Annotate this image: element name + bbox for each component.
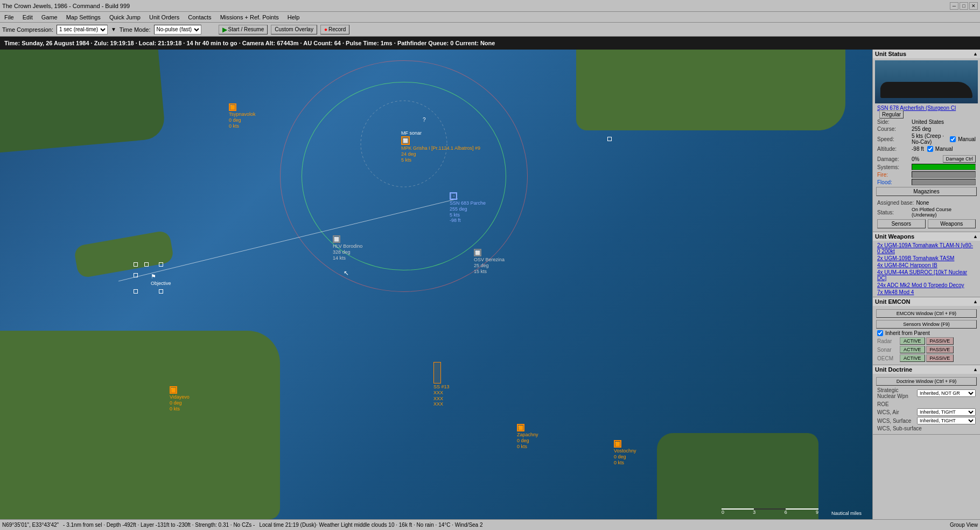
damage-value: 0% xyxy=(912,156,919,162)
close-button[interactable]: ✕ xyxy=(969,2,978,10)
coords: N69°35'01", E33°43'42" xyxy=(2,522,59,528)
unit-ss13[interactable]: SS #13XXXXXXXXX xyxy=(433,362,450,407)
unit-status-content: SSN 678 Archerfish (Sturgeon Cl Regular … xyxy=(873,58,980,232)
unknown-marker: ? xyxy=(423,117,426,123)
strategic-nuclear-select[interactable]: Inherited, NOT GR xyxy=(917,389,976,397)
unit-objective[interactable]: ⚑ Objective xyxy=(151,273,171,287)
menu-map-settings[interactable]: Map Settings xyxy=(64,13,103,21)
weapon-1[interactable]: 2x UGM-109A Tomahawk TLAM-N [v80-0 200kt xyxy=(875,242,978,255)
collapse-weapons[interactable]: ▲ xyxy=(973,234,978,239)
altitude-manual-checkbox[interactable] xyxy=(927,146,933,152)
regular-badge[interactable]: Regular xyxy=(879,110,904,118)
map-cursor: ↖ xyxy=(344,269,349,277)
doctrine-window-button[interactable]: Doctrine Window (Ctrl + F9) xyxy=(876,377,977,386)
radar-passive-btn[interactable]: PASSIVE xyxy=(926,337,954,345)
custom-overlay-button[interactable]: Custom Overlay xyxy=(271,25,317,34)
weapons-button[interactable]: Weapons xyxy=(928,219,976,228)
start-resume-button[interactable]: ▶ Start / Resume xyxy=(219,25,268,34)
unit-ssn683-parche[interactable]: ☐ SSN 683 Parche255 deg5 kts-98 ft xyxy=(450,192,486,224)
small-unit-1 xyxy=(134,262,138,267)
collapse-unit-status[interactable]: ▲ xyxy=(973,51,978,57)
main-area: 🟧 Tsypnavolok0 deg0 kts MF sonar ⬜ MPK G… xyxy=(0,50,980,519)
menu-unit-orders[interactable]: Unit Orders xyxy=(147,13,181,21)
damage-ctrl-button[interactable]: Damage Ctrl xyxy=(943,155,976,163)
unit-zapachny[interactable]: 🟧 Zapachny0 deg0 kts xyxy=(517,424,538,449)
damage-row: Damage: 0% Damage Ctrl xyxy=(875,155,978,163)
unit-doctrine-header[interactable]: Unit Doctrine ▲ xyxy=(873,365,980,374)
speed-manual-checkbox[interactable] xyxy=(950,136,956,142)
time-compression-select[interactable]: 1 sec (real-time) 5 sec 15 sec 30 sec 1 … xyxy=(57,25,108,34)
menu-game[interactable]: Game xyxy=(39,13,60,21)
assigned-base-value: None xyxy=(916,200,929,206)
oecm-active-btn[interactable]: ACTIVE xyxy=(900,354,925,362)
wcs-surface-select[interactable]: Inherited, TIGHT xyxy=(917,417,976,424)
unit-hlv-borodino[interactable]: ⬜ HLV Borodino328 deg14 kts xyxy=(333,235,362,261)
weapon-3[interactable]: 4x UGM-84C Harpoon IB xyxy=(875,262,978,269)
systems-bar xyxy=(912,164,975,170)
unit-label-ssn683: SSN 683 Parche255 deg5 kts-98 ft xyxy=(450,200,486,224)
record-icon: ● xyxy=(324,26,327,32)
unit-osv-berezina[interactable]: ⬜ OSV Berezina25 deg15 kts xyxy=(474,249,505,274)
right-panel: Unit Status ▲ SSN 678 Archerfish (Sturge… xyxy=(872,50,980,519)
maximize-button[interactable]: □ xyxy=(960,2,968,10)
unit-mpk-grisha[interactable]: MF sonar ⬜ MPK Grisha I [Pr.1124.1 Albat… xyxy=(401,130,480,163)
nautical-miles-label: Nautical miles xyxy=(831,511,862,516)
menu-edit[interactable]: Edit xyxy=(20,13,35,21)
sonar-passive-btn[interactable]: PASSIVE xyxy=(926,346,954,353)
scale-6: 6 xyxy=(785,510,787,515)
radar-active-btn[interactable]: ACTIVE xyxy=(900,337,925,345)
unit-vostochny[interactable]: 🟧 Vostochny0 deg0 kts xyxy=(614,440,636,465)
play-icon: ▶ xyxy=(222,26,227,33)
sensors-window-button[interactable]: Sensors Window (F9) xyxy=(876,320,977,329)
unit-vidayevo[interactable]: 🟧 Vidayevo0 deg0 kts xyxy=(170,386,190,412)
small-unit-2 xyxy=(144,262,149,267)
unit-weapons-label: Unit Weapons xyxy=(875,233,914,240)
scale-9: 9 xyxy=(816,510,818,515)
depth-info: - 3.1nm from sel · Depth -492ft · Layer … xyxy=(63,522,255,528)
menu-file[interactable]: File xyxy=(2,13,16,21)
weapon-4[interactable]: 4x UUM-44A SUBROC [10kT Nuclear DC] xyxy=(875,269,978,282)
speed-manual-label: Manual xyxy=(958,136,976,142)
unit-emcon-header[interactable]: Unit EMCON ▲ xyxy=(873,297,980,306)
altitude-row: Altitude: -98 ft Manual xyxy=(875,145,978,152)
menu-contacts[interactable]: Contacts xyxy=(186,13,213,21)
sensors-button[interactable]: Sensors xyxy=(877,219,926,228)
unit-label-tsypnavolok: Tsypnavolok0 deg0 kts xyxy=(229,111,256,129)
sonar-active-btn[interactable]: ACTIVE xyxy=(900,346,925,353)
emcon-window-button[interactable]: EMCON Window (Ctrl + F9) xyxy=(876,309,977,318)
wcs-air-select[interactable]: Inherited, TIGHT xyxy=(917,408,976,416)
menu-missions[interactable]: Missions + Ref. Points xyxy=(218,13,281,21)
unit-tsypnavolok[interactable]: 🟧 Tsypnavolok0 deg0 kts xyxy=(229,103,256,129)
weapon-5[interactable]: 24x ADC Mk2 Mod 0 Torpedo Decoy xyxy=(875,282,978,289)
unit-weapons-header[interactable]: Unit Weapons ▲ xyxy=(873,232,980,241)
wcs-surface-row: WCS, Surface Inherited, TIGHT xyxy=(875,416,978,425)
group-view: Group View xyxy=(950,522,978,528)
collapse-emcon[interactable]: ▲ xyxy=(973,299,978,304)
damage-label: Damage: xyxy=(877,156,909,162)
unit-status-header[interactable]: Unit Status ▲ xyxy=(873,50,980,58)
weapon-6[interactable]: 7x Mk48 Mod 4 xyxy=(875,289,978,296)
wcs-air-label: WCS, Air xyxy=(877,409,915,415)
menu-help[interactable]: Help xyxy=(285,13,302,21)
toolbar: Time Compression: 1 sec (real-time) 5 se… xyxy=(0,23,980,37)
menubar: File Edit Game Map Settings Quick Jump U… xyxy=(0,12,980,23)
altitude-label: Altitude: xyxy=(877,146,909,152)
oecm-passive-btn[interactable]: PASSIVE xyxy=(926,354,954,362)
inherit-parent-checkbox[interactable] xyxy=(877,330,883,336)
unit-emcon-section: Unit EMCON ▲ EMCON Window (Ctrl + F9) Se… xyxy=(873,297,980,365)
minimize-button[interactable]: ─ xyxy=(950,2,958,10)
collapse-doctrine[interactable]: ▲ xyxy=(973,367,978,372)
magazines-button[interactable]: Magazines xyxy=(876,187,977,196)
menu-quick-jump[interactable]: Quick Jump xyxy=(107,13,143,21)
radar-emcon-row: Radar ACTIVE PASSIVE xyxy=(875,337,978,345)
unit-icon-ssn683: ☐ xyxy=(450,192,457,200)
record-button[interactable]: ● Record xyxy=(320,25,349,34)
titlebar: The Crown Jewels, 1986 - Command - Build… xyxy=(0,0,980,12)
map[interactable]: 🟧 Tsypnavolok0 deg0 kts MF sonar ⬜ MPK G… xyxy=(0,50,872,519)
time-mode-select[interactable]: No-pulse (fast) Pulsed xyxy=(154,25,201,34)
weapon-2[interactable]: 2x UGM-109B Tomahawk TASM xyxy=(875,255,978,262)
sonar-label: Sonar xyxy=(877,347,899,353)
small-unit-3 xyxy=(159,262,163,267)
flood-label: Flood: xyxy=(877,179,909,185)
oecm-emcon-row: OECM ACTIVE PASSIVE xyxy=(875,354,978,362)
